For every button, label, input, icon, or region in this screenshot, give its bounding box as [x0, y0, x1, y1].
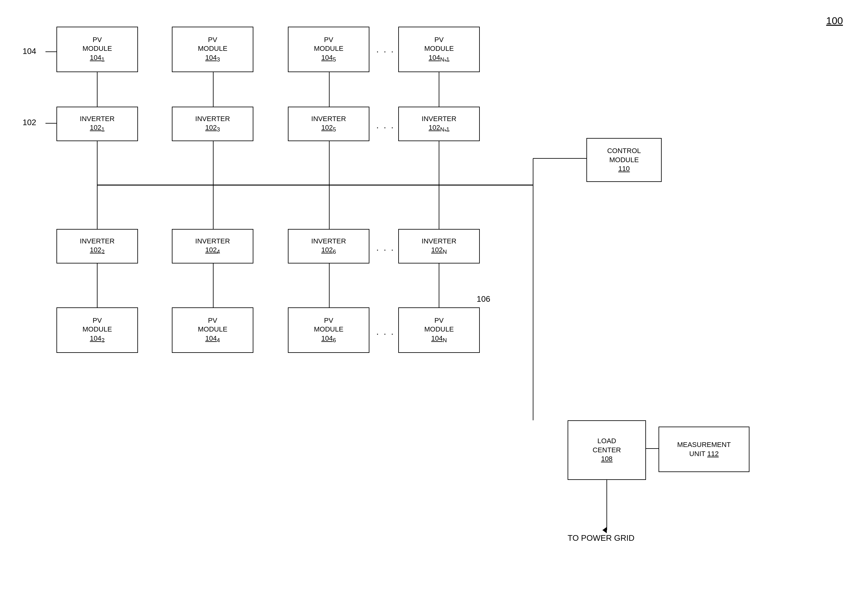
control-module-110: CONTROL MODULE 110 [586, 138, 662, 182]
pv-module-104-4: PV MODULE 1044 [172, 308, 253, 353]
ref-102: 102 [22, 118, 36, 127]
page-number: 100 [826, 15, 843, 27]
ref-106: 106 [477, 294, 490, 304]
pv-module-104-1: PV MODULE 1041 [56, 27, 138, 72]
load-center-108: LOAD CENTER 108 [568, 420, 646, 480]
pv-module-104-6: PV MODULE 1046 [288, 308, 369, 353]
pv-module-104-5: PV MODULE 1045 [288, 27, 369, 72]
inverter-102-n: INVERTER 102N [398, 229, 480, 263]
inverter-102-n1: INVERTER 102N-1 [398, 106, 480, 141]
to-power-grid-label: TO POWER GRID [568, 533, 635, 543]
inverter-102-1: INVERTER 1021 [56, 106, 138, 141]
inverter-102-6: INVERTER 1026 [288, 229, 369, 263]
inverter-102-4: INVERTER 1024 [172, 229, 253, 263]
inverter-102-2: INVERTER 1022 [56, 229, 138, 263]
connection-lines [0, 0, 868, 590]
measurement-unit-112: MEASUREMENT UNIT 112 [658, 427, 750, 472]
inverter-102-3: INVERTER 1023 [172, 106, 253, 141]
inverter-102-5: INVERTER 1025 [288, 106, 369, 141]
pv-module-104-3: PV MODULE 1043 [172, 27, 253, 72]
pv-module-104-n: PV MODULE 104N [398, 308, 480, 353]
ref-104: 104 [22, 46, 36, 56]
diagram: 100 104 102 106 [0, 0, 868, 590]
pv-module-104-2: PV MODULE 1042 [56, 308, 138, 353]
pv-module-104-n1: PV MODULE 104N-1 [398, 27, 480, 72]
